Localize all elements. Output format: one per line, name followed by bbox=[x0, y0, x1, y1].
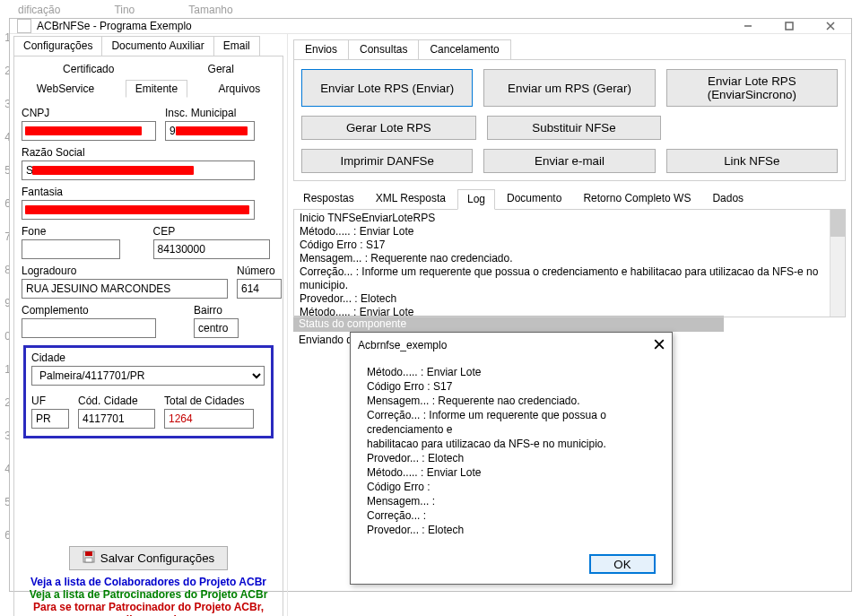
cod-cidade-input[interactable] bbox=[78, 409, 155, 429]
cep-label: CEP bbox=[153, 225, 276, 238]
app-logo-icon bbox=[17, 19, 31, 33]
svg-rect-3 bbox=[85, 558, 92, 562]
error-dialog: Acbrnfse_exemplo Método..... : Enviar Lo… bbox=[350, 332, 673, 585]
enviar-lote-rps-sincrono-button[interactable]: Enviar Lote RPS (EnviarSincrono) bbox=[666, 69, 838, 107]
log-textarea[interactable]: Inicio TNFSeEnviarLoteRPS Método..... : … bbox=[293, 210, 846, 317]
log-scrollbar[interactable] bbox=[830, 210, 845, 317]
insc-municipal-label: Insc. Municipal bbox=[165, 107, 275, 119]
subtab-certificado[interactable]: Certificado bbox=[53, 60, 124, 78]
emitente-form: CNPJ Insc. Municipal bbox=[16, 98, 281, 616]
logtab-retorno-completo[interactable]: Retorno Completo WS bbox=[573, 188, 700, 209]
imprimir-danfse-button[interactable]: Imprimir DANFSe bbox=[301, 149, 473, 173]
gerar-lote-rps-button[interactable]: Gerar Lote RPS bbox=[301, 116, 476, 140]
tab-cancelamento[interactable]: Cancelamento bbox=[418, 39, 510, 59]
logtab-log[interactable]: Log bbox=[457, 189, 495, 210]
link-colaboradores[interactable]: Veja a lista de Colaboradores do Projeto… bbox=[22, 576, 275, 588]
link-nfse-button[interactable]: Link NFSe bbox=[666, 149, 838, 173]
link-seja-patrocinador[interactable]: Para se tornar Patrocinador do Projeto A… bbox=[22, 601, 275, 616]
cep-input[interactable] bbox=[153, 239, 270, 259]
total-cidades-input[interactable] bbox=[164, 409, 254, 429]
dialog-message: Método..... : Enviar Lote Código Erro : … bbox=[351, 358, 672, 544]
subtab-arquivos[interactable]: Arquivos bbox=[209, 80, 271, 98]
dialog-ok-button[interactable]: OK bbox=[589, 554, 656, 574]
left-panel: Configurações Documento Auxiliar Email C… bbox=[10, 34, 288, 616]
cnpj-label: CNPJ bbox=[22, 107, 156, 119]
total-cidades-label: Total de Cidades bbox=[164, 395, 254, 407]
subtab-geral[interactable]: Geral bbox=[198, 60, 244, 78]
uf-label: UF bbox=[31, 395, 69, 407]
tab-configuracoes[interactable]: Configurações bbox=[13, 36, 102, 56]
logtab-respostas[interactable]: Respostas bbox=[293, 188, 364, 209]
envios-area: Enviar Lote RPS (Enviar) Enviar um RPS (… bbox=[293, 59, 846, 181]
enviar-lote-rps-button[interactable]: Enviar Lote RPS (Enviar) bbox=[301, 69, 473, 107]
complemento-input[interactable] bbox=[22, 318, 156, 338]
complemento-label: Complemento bbox=[22, 304, 185, 317]
razao-social-label: Razão Social bbox=[22, 146, 275, 159]
bairro-label: Bairro bbox=[194, 304, 275, 317]
cidade-select[interactable]: Palmeira/4117701/PR bbox=[31, 366, 265, 386]
logtab-documento[interactable]: Documento bbox=[497, 188, 571, 209]
bg-columns: dificaçãoTinoTamanho bbox=[18, 4, 861, 16]
bairro-input[interactable] bbox=[194, 318, 239, 338]
fone-input[interactable] bbox=[22, 239, 120, 259]
logtab-xml-resposta[interactable]: XML Resposta bbox=[366, 188, 456, 209]
save-button-label: Salvar Configurações bbox=[100, 551, 214, 565]
fone-label: Fone bbox=[22, 225, 144, 238]
svg-rect-0 bbox=[786, 22, 793, 30]
uf-input[interactable] bbox=[31, 409, 69, 429]
tab-consultas[interactable]: Consultas bbox=[348, 39, 419, 59]
enviar-um-rps-button[interactable]: Enviar um RPS (Gerar) bbox=[483, 69, 655, 107]
close-button[interactable] bbox=[810, 19, 851, 33]
link-patrocinadores[interactable]: Veja a lista de Patrocinadores do Projet… bbox=[22, 588, 275, 601]
cod-cidade-label: Cód. Cidade bbox=[78, 395, 155, 407]
svg-rect-2 bbox=[85, 551, 92, 556]
logtab-dados[interactable]: Dados bbox=[702, 188, 753, 209]
tab-email[interactable]: Email bbox=[213, 36, 260, 56]
logradouro-input[interactable] bbox=[22, 279, 228, 299]
cidade-group: Cidade Palmeira/4117701/PR UF bbox=[23, 345, 274, 438]
substituir-nfse-button[interactable]: Substituir NFSe bbox=[487, 116, 662, 140]
status-bar: Status do componente bbox=[293, 316, 724, 332]
cidade-label: Cidade bbox=[31, 351, 265, 364]
numero-input[interactable] bbox=[237, 279, 282, 299]
subtab-emitente[interactable]: Emitente bbox=[126, 80, 187, 98]
minimize-button[interactable] bbox=[727, 19, 769, 33]
window-title: ACBrNFSe - Programa Exemplo bbox=[37, 20, 727, 32]
maximize-button[interactable] bbox=[769, 19, 810, 33]
fantasia-label: Fantasia bbox=[22, 186, 275, 198]
logradouro-label: Logradouro bbox=[22, 265, 228, 277]
subtab-webservice[interactable]: WebService bbox=[27, 80, 104, 98]
dialog-title: Acbrnfse_exemplo bbox=[358, 339, 654, 351]
tab-documento-auxiliar[interactable]: Documento Auxiliar bbox=[101, 36, 213, 56]
tab-envios[interactable]: Envios bbox=[293, 39, 349, 59]
dialog-close-button[interactable] bbox=[654, 338, 665, 352]
titlebar: ACBrNFSe - Programa Exemplo bbox=[10, 19, 851, 34]
salvar-configuracoes-button[interactable]: Salvar Configurações bbox=[69, 546, 228, 570]
save-icon bbox=[83, 551, 95, 566]
numero-label: Número bbox=[237, 265, 282, 277]
enviar-email-button[interactable]: Enviar e-mail bbox=[483, 149, 655, 173]
